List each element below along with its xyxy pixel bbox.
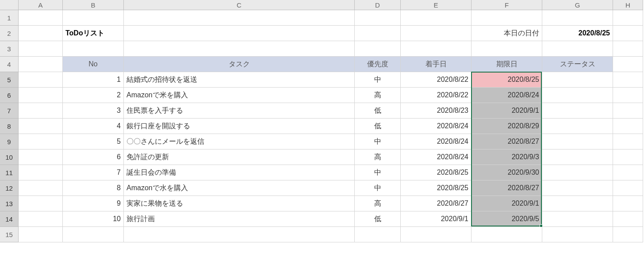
row-header-8[interactable]: 8 [0, 119, 19, 134]
cell-G6[interactable] [542, 88, 613, 103]
cell-C12[interactable]: Amazonで水を購入 [124, 180, 355, 196]
cell-C6[interactable]: Amazonで米を購入 [124, 88, 355, 103]
cell-A2[interactable] [19, 26, 63, 41]
cell-C14[interactable]: 旅行計画 [124, 211, 355, 227]
col-header-B[interactable]: B [63, 0, 124, 10]
cell-A6[interactable] [19, 88, 63, 103]
table-header-status[interactable]: ステータス [542, 57, 613, 72]
cell-B7[interactable]: 3 [63, 103, 124, 119]
cell-H7[interactable] [613, 103, 643, 119]
cell-E11[interactable]: 2020/8/25 [401, 165, 472, 180]
row-header-9[interactable]: 9 [0, 134, 19, 150]
cell-H9[interactable] [613, 134, 643, 150]
table-header-deadline[interactable]: 期限日 [472, 57, 542, 72]
cell-F13[interactable]: 2020/9/1 [472, 196, 542, 211]
cell-D12[interactable]: 中 [355, 180, 401, 196]
cell-E12[interactable]: 2020/8/25 [401, 180, 472, 196]
cell-G7[interactable] [542, 103, 613, 119]
cell-H1[interactable] [613, 10, 643, 26]
cell-H8[interactable] [613, 119, 643, 134]
col-header-A[interactable]: A [19, 0, 63, 10]
row-header-15[interactable]: 15 [0, 227, 19, 242]
cell-F6[interactable]: 2020/8/24 [472, 88, 542, 103]
cell-C13[interactable]: 実家に果物を送る [124, 196, 355, 211]
cell-H2[interactable] [613, 26, 643, 41]
cell-A15[interactable] [19, 227, 63, 242]
cell-H10[interactable] [613, 150, 643, 165]
col-header-C[interactable]: C [124, 0, 355, 10]
cell-D11[interactable]: 中 [355, 165, 401, 180]
col-header-F[interactable]: F [472, 0, 542, 10]
row-header-7[interactable]: 7 [0, 103, 19, 119]
cell-A1[interactable] [19, 10, 63, 26]
row-header-13[interactable]: 13 [0, 196, 19, 211]
cell-G11[interactable] [542, 165, 613, 180]
row-header-6[interactable]: 6 [0, 88, 19, 103]
cell-G9[interactable] [542, 134, 613, 150]
cell-G1[interactable] [542, 10, 613, 26]
col-header-D[interactable]: D [355, 0, 401, 10]
cell-D10[interactable]: 高 [355, 150, 401, 165]
col-header-G[interactable]: G [542, 0, 613, 10]
cell-F8[interactable]: 2020/8/29 [472, 119, 542, 134]
cell-A12[interactable] [19, 180, 63, 196]
cell-F2[interactable]: 本日の日付 [472, 26, 542, 41]
cell-B10[interactable]: 6 [63, 150, 124, 165]
cell-H3[interactable] [613, 41, 643, 57]
cell-B14[interactable]: 10 [63, 211, 124, 227]
cell-B12[interactable]: 8 [63, 180, 124, 196]
table-header-no[interactable]: No [63, 57, 124, 72]
cell-F14[interactable]: 2020/9/5 [472, 211, 542, 227]
cell-A5[interactable] [19, 72, 63, 88]
cell-A4[interactable] [19, 57, 63, 72]
cell-H6[interactable] [613, 88, 643, 103]
spreadsheet-grid[interactable]: ABCDEFGH12ToDoリスト本日の日付2020/8/2534Noタスク優先… [0, 0, 644, 242]
cell-G14[interactable] [542, 211, 613, 227]
cell-F7[interactable]: 2020/9/1 [472, 103, 542, 119]
cell-E3[interactable] [401, 41, 472, 57]
cell-H5[interactable] [613, 72, 643, 88]
cell-A10[interactable] [19, 150, 63, 165]
row-header-1[interactable]: 1 [0, 10, 19, 26]
cell-F1[interactable] [472, 10, 542, 26]
cell-H4[interactable] [613, 57, 643, 72]
cell-A3[interactable] [19, 41, 63, 57]
cell-F3[interactable] [472, 41, 542, 57]
cell-B11[interactable]: 7 [63, 165, 124, 180]
cell-F11[interactable]: 2020/9/30 [472, 165, 542, 180]
cell-H13[interactable] [613, 196, 643, 211]
cell-G5[interactable] [542, 72, 613, 88]
cell-C9[interactable]: 〇〇さんにメールを返信 [124, 134, 355, 150]
table-header-start[interactable]: 着手日 [401, 57, 472, 72]
cell-C7[interactable]: 住民票を入手する [124, 103, 355, 119]
cell-C3[interactable] [124, 41, 355, 57]
cell-H11[interactable] [613, 165, 643, 180]
corner-cell[interactable] [0, 0, 19, 10]
cell-G10[interactable] [542, 150, 613, 165]
row-header-2[interactable]: 2 [0, 26, 19, 41]
cell-B9[interactable]: 5 [63, 134, 124, 150]
cell-D6[interactable]: 高 [355, 88, 401, 103]
cell-D15[interactable] [355, 227, 401, 242]
row-header-3[interactable]: 3 [0, 41, 19, 57]
cell-F10[interactable]: 2020/9/3 [472, 150, 542, 165]
cell-B3[interactable] [63, 41, 124, 57]
cell-B2[interactable]: ToDoリスト [63, 26, 124, 41]
cell-D2[interactable] [355, 26, 401, 41]
cell-C5[interactable]: 結婚式の招待状を返送 [124, 72, 355, 88]
cell-E8[interactable]: 2020/8/24 [401, 119, 472, 134]
cell-E9[interactable]: 2020/8/24 [401, 134, 472, 150]
cell-A7[interactable] [19, 103, 63, 119]
cell-D3[interactable] [355, 41, 401, 57]
cell-C11[interactable]: 誕生日会の準備 [124, 165, 355, 180]
cell-G3[interactable] [542, 41, 613, 57]
cell-C2[interactable] [124, 26, 355, 41]
cell-B13[interactable]: 9 [63, 196, 124, 211]
cell-F15[interactable] [472, 227, 542, 242]
cell-A11[interactable] [19, 165, 63, 180]
cell-B15[interactable] [63, 227, 124, 242]
cell-G13[interactable] [542, 196, 613, 211]
cell-D7[interactable]: 低 [355, 103, 401, 119]
cell-E14[interactable]: 2020/9/1 [401, 211, 472, 227]
cell-G15[interactable] [542, 227, 613, 242]
